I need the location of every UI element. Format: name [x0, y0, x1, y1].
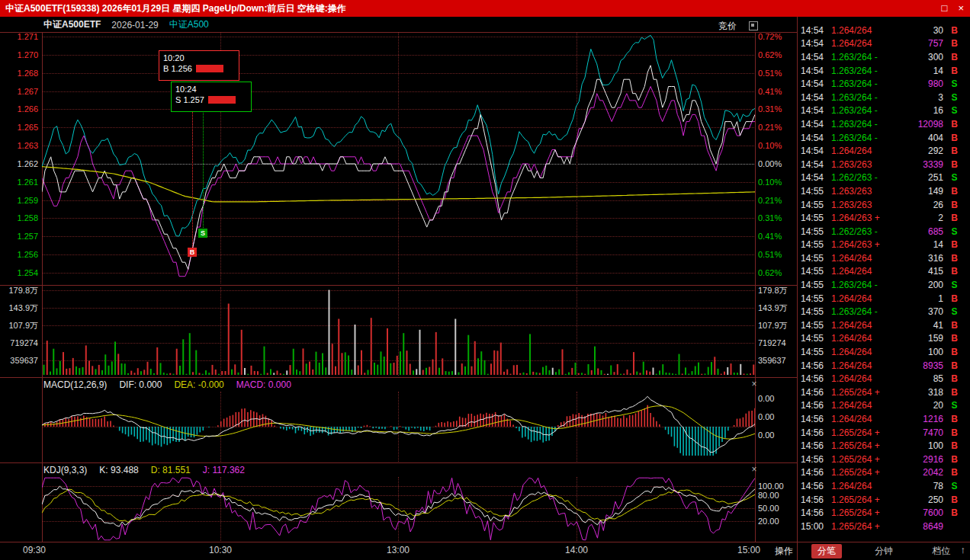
panel-expand-icon[interactable]: ↑	[961, 544, 966, 555]
tick-volume: 370	[898, 306, 943, 317]
time-axis-label: 10:30	[209, 545, 232, 555]
tick-side: B	[949, 454, 959, 465]
tick-volume: 16	[898, 105, 943, 116]
tick-price: 1.263/264 -	[831, 66, 898, 76]
macd-close-icon[interactable]: ×	[749, 379, 760, 389]
tick-side: B	[949, 494, 959, 505]
price-plot[interactable]	[42, 32, 755, 283]
tab-dangwei[interactable]: 档位	[926, 544, 956, 558]
tick-side: B	[949, 186, 959, 197]
macd-title: MACD(12,26,9)	[43, 379, 107, 390]
macd-dea-value: DEA: -0.000	[174, 379, 223, 390]
macd-axis-label: 0.00	[758, 412, 774, 421]
tick-list[interactable]: 14:541.264/26430B14:541.264/264757B14:54…	[798, 17, 970, 549]
volume-plot[interactable]	[42, 287, 755, 376]
tick-volume: 85	[898, 373, 943, 384]
tick-row: 14:541.264/264757B	[798, 37, 970, 51]
tick-time: 14:56	[801, 373, 831, 384]
tick-row: 14:551.264/264100B	[798, 345, 970, 359]
tab-fenzhong[interactable]: 分钟	[869, 544, 899, 558]
kdj-close-icon[interactable]: ×	[749, 464, 760, 475]
tick-time: 14:56	[801, 454, 831, 465]
tick-volume: 41	[898, 320, 943, 331]
pct-axis-label: 0.10%	[758, 141, 782, 150]
tick-row: 14:551.264/264159B	[798, 332, 970, 346]
auction-panel-icon[interactable]	[749, 21, 758, 30]
chart-date: 2026-01-29	[111, 20, 158, 30]
sell-marker: S	[198, 229, 207, 238]
tick-time: 14:54	[801, 159, 831, 170]
tab-fenbi[interactable]: 分笔	[811, 544, 842, 558]
tick-side: B	[949, 146, 959, 156]
sell-volume-bar	[208, 96, 236, 104]
tick-row: 14:551.263/264 -370S	[798, 305, 970, 318]
tick-price: 1.263/264 -	[831, 280, 898, 290]
tick-price: 1.264/264	[831, 360, 898, 371]
kdj-axis-label: 50.00	[758, 504, 779, 513]
tick-price: 1.264/264	[831, 481, 898, 491]
volume-axis-label-left: 359637	[2, 356, 38, 365]
tick-volume: 685	[898, 226, 943, 237]
tick-volume: 2	[898, 213, 943, 223]
volume-axis-label-right: 143.9万	[758, 303, 788, 312]
tick-price: 1.264/264	[831, 333, 898, 344]
tick-side: B	[949, 38, 959, 49]
volume-axis-label-right: 359637	[758, 356, 786, 365]
macd-value: MACD: 0.000	[236, 379, 291, 390]
time-axis-label: 09:30	[23, 545, 46, 555]
kdj-plot[interactable]	[42, 477, 755, 541]
pct-axis-label: 0.41%	[758, 232, 782, 241]
tick-volume: 20	[898, 400, 943, 411]
tick-volume: 12098	[898, 119, 943, 130]
tick-time: 14:56	[801, 494, 831, 505]
tick-row: 14:551.264/264316B	[798, 251, 970, 265]
pct-axis-label: 0.51%	[758, 69, 782, 78]
tick-time: 14:55	[801, 320, 831, 331]
tick-side: B	[949, 467, 959, 478]
tick-price: 1.264/264	[831, 320, 898, 331]
tick-volume: 404	[898, 133, 943, 143]
volume-axis-label-left: 719274	[2, 338, 38, 347]
tick-price: 1.265/264 +	[831, 387, 898, 398]
kdj-axis-label: 100.00	[758, 482, 784, 491]
tick-row: 14:561.265/264 +100B	[798, 439, 970, 453]
tick-row: 14:541.264/264292B	[798, 144, 970, 158]
tick-volume: 2916	[898, 454, 943, 465]
tick-price: 1.265/264 +	[831, 507, 898, 518]
tick-price: 1.263/263	[831, 200, 898, 210]
macd-plot[interactable]	[42, 392, 755, 462]
tick-price: 1.264/264	[831, 253, 898, 264]
tick-row: 14:541.262/263 -251S	[798, 171, 970, 185]
tick-price: 1.264/264	[831, 400, 898, 411]
price-axis-label: 1.256	[2, 250, 38, 259]
tick-time: 14:56	[801, 387, 831, 398]
pct-axis-label: 0.31%	[758, 213, 782, 222]
tick-side: B	[949, 293, 959, 304]
tick-price: 1.262/263 -	[831, 172, 898, 183]
tick-row: 14:541.263/264 -404B	[798, 131, 970, 145]
pct-axis-label: 0.41%	[758, 87, 782, 96]
macd-axis-label: 0.00	[758, 394, 774, 403]
auction-button[interactable]: 竞价	[718, 20, 737, 33]
title-bar[interactable]: 中证A500ETF(159338) 2026年01月29日 星期四 PageUp…	[0, 0, 970, 17]
tick-volume: 26	[898, 200, 943, 210]
tick-side: B	[949, 373, 959, 384]
tick-row: 14:541.263/264 -300B	[798, 50, 970, 64]
volume-axis-label-left: 179.8万	[2, 286, 38, 295]
tick-row: 14:561.265/264 +2916B	[798, 453, 970, 466]
action-button[interactable]: 操作	[760, 545, 793, 558]
tick-side: B	[949, 387, 959, 398]
tick-time: 14:55	[801, 253, 831, 264]
tick-side: S	[949, 172, 959, 183]
tick-time: 14:56	[801, 440, 831, 451]
tick-side: S	[949, 78, 959, 89]
pct-axis-label: 0.21%	[758, 196, 782, 205]
tick-volume: 7600	[898, 507, 943, 518]
maximize-button[interactable]: □	[942, 0, 948, 17]
close-button[interactable]: ×	[958, 0, 964, 17]
tick-row: 14:551.262/263 -685S	[798, 225, 970, 238]
tick-row: 14:561.264/2641216B	[798, 412, 970, 426]
tick-side: B	[949, 239, 959, 250]
overlay-index-name: 中证A500	[169, 18, 209, 31]
tick-price: 1.263/264 -	[831, 52, 898, 62]
